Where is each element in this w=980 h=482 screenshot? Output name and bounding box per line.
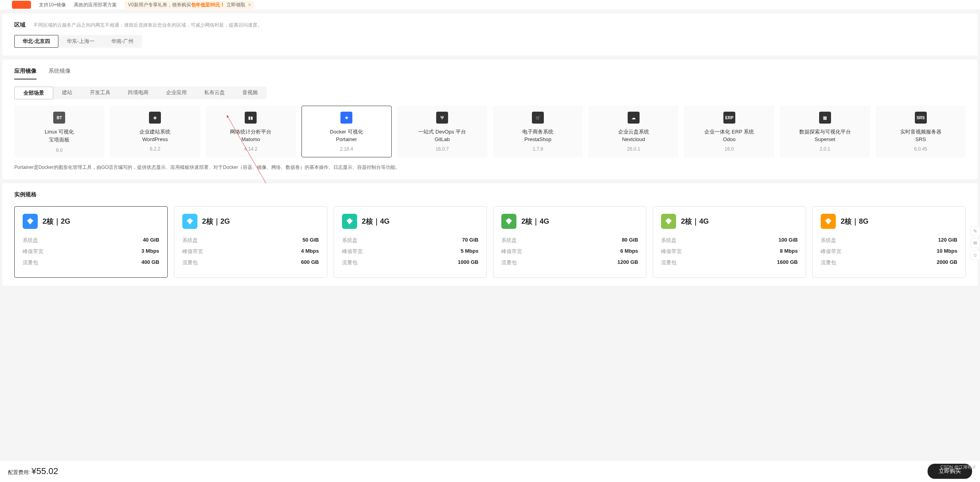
- scene-tab-4[interactable]: 企业应用: [157, 87, 195, 99]
- spec-disk-value: 50 GiB: [302, 237, 319, 244]
- spec-name: 2核｜4G: [362, 217, 390, 226]
- spec-disk-label: 系统盘: [501, 237, 517, 244]
- scene-tab-0[interactable]: 全部场景: [14, 87, 53, 99]
- spec-disk-value: 100 GiB: [779, 237, 798, 244]
- card-title: 电子商务系统: [497, 128, 580, 136]
- card-subtitle: WordPress: [114, 136, 197, 142]
- spec-cards: 2核｜2G 系统盘40 GiB 峰值带宽3 Mbps 流量包400 GB 2核｜…: [14, 206, 966, 278]
- spec-card-3[interactable]: 2核｜4G 系统盘80 GiB 峰值带宽6 Mbps 流量包1200 GB: [493, 206, 646, 278]
- scene-tab-3[interactable]: 跨境电商: [119, 87, 157, 99]
- spec-disk-label: 系统盘: [342, 237, 358, 244]
- spec-name: 2核｜8G: [841, 217, 868, 226]
- card-title: 实时音视频服务器: [879, 128, 962, 136]
- spec-traffic-value: 1000 GB: [458, 259, 478, 266]
- region-tab-0[interactable]: 华北-北京四: [14, 35, 58, 48]
- spec-disk-label: 系统盘: [661, 237, 677, 244]
- card-title: 企业一体化 ERP 系统: [688, 128, 771, 136]
- image-card-portainer[interactable]: ❖ Docker 可视化 Portainer 2.18.4: [302, 106, 392, 157]
- spec-name: 2核｜2G: [202, 217, 230, 226]
- spec-traffic-value: 1200 GB: [617, 259, 638, 266]
- card-title: 网络统计分析平台: [209, 128, 292, 136]
- card-title: 企业建站系统: [114, 128, 197, 136]
- image-card-gitlab[interactable]: Ψ 一站式 DevOps 平台 GitLab 16.0.7: [397, 106, 487, 157]
- spec-card-1[interactable]: 2核｜2G 系统盘50 GiB 峰值带宽4 Mbps 流量包600 GB: [174, 206, 327, 278]
- image-card-odoo[interactable]: ERP 企业一体化 ERP 系统 Odoo 16.0: [684, 106, 774, 157]
- image-tab-0[interactable]: 应用镜像: [14, 68, 37, 79]
- spec-disk-value: 70 GiB: [462, 237, 478, 244]
- image-card-wordpress[interactable]: ⊕ 企业建站系统 WordPress 6.2.2: [110, 106, 200, 157]
- spec-card-2[interactable]: 2核｜4G 系统盘70 GiB 峰值带宽5 Mbps 流量包1000 GB: [334, 206, 487, 278]
- side-icon-2[interactable]: ✉: [970, 238, 980, 248]
- spec-bw-value: 6 Mbps: [620, 248, 638, 255]
- region-tab-2[interactable]: 华南-广州: [103, 35, 142, 48]
- image-card-superset[interactable]: ▧ 数据探索与可视化平台 Superset 2.0.1: [780, 106, 870, 157]
- spec-name: 2核｜4G: [521, 217, 549, 226]
- scene-tab-2[interactable]: 开发工具: [81, 87, 119, 99]
- region-tab-1[interactable]: 华东-上海一: [58, 35, 102, 48]
- promo-link: 立即领取: [226, 2, 245, 8]
- diamond-icon: [182, 214, 197, 229]
- spec-bw-value: 4 Mbps: [301, 248, 319, 255]
- spec-bw-value: 8 Mbps: [780, 248, 798, 255]
- spec-bw-label: 峰值带宽: [661, 248, 682, 255]
- card-subtitle: 宝塔面板: [18, 136, 101, 143]
- card-icon: Ψ: [436, 112, 448, 124]
- spec-traffic-value: 2000 GB: [937, 259, 957, 266]
- spec-traffic-label: 流量包: [342, 259, 358, 266]
- spec-traffic-label: 流量包: [23, 259, 38, 266]
- spec-traffic-label: 流量包: [182, 259, 198, 266]
- image-card-宝塔面板[interactable]: BT Linux 可视化 宝塔面板 8.0: [14, 106, 104, 157]
- spec-card-5[interactable]: 2核｜8G 系统盘120 GiB 峰值带宽10 Mbps 流量包2000 GB: [812, 206, 966, 278]
- side-icon-3[interactable]: ☺: [970, 250, 980, 260]
- card-title: Linux 可视化: [18, 128, 101, 136]
- spec-name: 2核｜2G: [43, 217, 70, 226]
- card-subtitle: Portainer: [305, 136, 388, 142]
- side-icon-1[interactable]: ✎: [970, 226, 980, 236]
- card-version: 2.18.4: [305, 146, 388, 152]
- card-icon: ⊕: [149, 112, 161, 124]
- diamond-icon: [501, 214, 516, 229]
- diamond-icon: [23, 214, 38, 229]
- spec-traffic-value: 600 GB: [301, 259, 319, 266]
- side-toolbar: ✎ ✉ ☺: [970, 226, 980, 260]
- diamond-icon: [821, 214, 836, 229]
- promo-highlight: 包年低至95元！: [191, 2, 225, 8]
- spec-title: 实例规格: [14, 191, 966, 198]
- top-text-2: 高效的应用部署方案: [74, 2, 117, 8]
- image-tab-1[interactable]: 系统镜像: [48, 68, 71, 79]
- card-subtitle: PrestaShop: [497, 136, 580, 142]
- image-card-matomo[interactable]: ▮▮ 网络统计分析平台 Matomo 4.14.2: [206, 106, 296, 157]
- spec-disk-value: 120 GiB: [938, 237, 957, 244]
- top-text-1: 支持10+镜像: [39, 2, 66, 8]
- card-title: Docker 可视化: [305, 128, 388, 136]
- card-subtitle: Matomo: [209, 136, 292, 142]
- region-tabs: 华北-北京四华东-上海一华南-广州: [14, 35, 966, 48]
- spec-card-0[interactable]: 2核｜2G 系统盘40 GiB 峰值带宽3 Mbps 流量包400 GB: [14, 206, 168, 278]
- card-title: 数据探索与可视化平台: [783, 128, 866, 136]
- card-subtitle: GitLab: [401, 136, 484, 142]
- image-card-srs[interactable]: SRS 实时音视频服务器 SRS 6.0.45: [876, 106, 966, 157]
- scene-tab-6[interactable]: 音视频: [234, 87, 267, 99]
- image-card-prestashop[interactable]: 🛒 电子商务系统 PrestaShop 1.7.8: [493, 106, 583, 157]
- spec-card-4[interactable]: 2核｜4G 系统盘100 GiB 峰值带宽8 Mbps 流量包1600 GB: [653, 206, 806, 278]
- card-icon: ERP: [723, 112, 735, 124]
- image-card-nextcloud[interactable]: ☁ 企业云盘系统 Nextcloud 26.0.1: [588, 106, 678, 157]
- spec-bw-value: 3 Mbps: [141, 248, 159, 255]
- scene-tab-5[interactable]: 私有云盘: [195, 87, 234, 99]
- promo-banner[interactable]: V0新用户专享礼券，领券购买 包年低至95元！ 立即领取 >: [125, 1, 254, 9]
- spec-bw-label: 峰值带宽: [501, 248, 522, 255]
- diamond-icon: [661, 214, 676, 229]
- region-desc: 不同区域的云服务产品之间内网互不相通；请就近选择靠近您业务的区域，可减少网络时延…: [33, 22, 262, 29]
- spec-disk-label: 系统盘: [23, 237, 38, 244]
- image-panel: 应用镜像系统镜像 全部场景建站开发工具跨境电商企业应用私有云盘音视频 BT Li…: [2, 60, 978, 179]
- card-icon: ▧: [819, 112, 831, 124]
- top-bar: 支持10+镜像 高效的应用部署方案 V0新用户专享礼券，领券购买 包年低至95元…: [0, 0, 980, 10]
- spec-bw-label: 峰值带宽: [821, 248, 841, 255]
- spec-disk-label: 系统盘: [821, 237, 836, 244]
- scene-tab-1[interactable]: 建站: [53, 87, 81, 99]
- card-subtitle: Nextcloud: [592, 136, 675, 142]
- region-label: 区域: [14, 21, 25, 29]
- card-version: 8.0: [18, 147, 101, 153]
- image-type-tabs: 应用镜像系统镜像: [14, 68, 966, 79]
- diamond-icon: [342, 214, 357, 229]
